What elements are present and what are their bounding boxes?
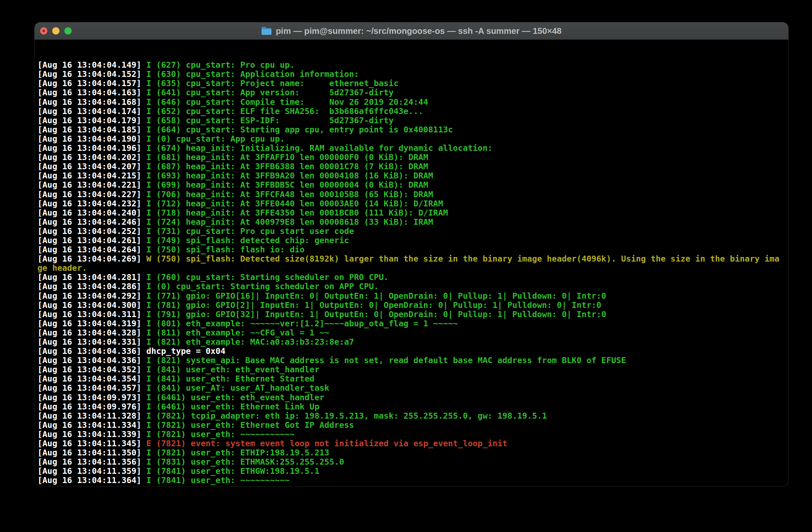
- log-message: ge header.: [38, 263, 87, 273]
- log-timestamp: [Aug 16 13:04:11.364]: [38, 475, 146, 485]
- log-line: [Aug 16 13:04:04.319] I (801) eth_exampl…: [38, 319, 786, 328]
- log-line: [Aug 16 13:04:04.328] I (811) eth_exampl…: [38, 328, 786, 337]
- log-message: I (6461) user_eth: Ethernet Link Up: [146, 402, 319, 412]
- log-timestamp: [Aug 16 13:04:04.331]: [38, 337, 146, 347]
- log-message: I (7841) user_eth: ETHGW:198.19.5.1: [146, 466, 319, 476]
- log-line: [Aug 16 13:04:04.240] I (718) heap_init:…: [38, 209, 786, 217]
- log-line: [Aug 16 13:04:11.345] E (7821) event: sy…: [38, 439, 786, 448]
- log-line: [Aug 16 13:04:11.350] I (7821) user_eth:…: [38, 448, 786, 457]
- log-line: [Aug 16 13:04:04.152] I (630) cpu_start:…: [38, 70, 786, 79]
- log-timestamp: [Aug 16 13:04:04.157]: [38, 78, 146, 88]
- log-timestamp: [Aug 16 13:04:04.185]: [38, 125, 146, 134]
- zoom-button[interactable]: [64, 27, 72, 34]
- window-title-text: pim — pim@summer: ~/src/mongoose-os — ss…: [276, 26, 562, 36]
- log-line: [Aug 16 13:04:04.221] I (699) heap_init:…: [38, 181, 786, 190]
- log-message: I (841) user_AT: user_AT_handler_task: [146, 383, 329, 393]
- log-message: I (841) user_eth: Ethernet Started: [146, 374, 315, 384]
- log-message: I (641) cpu_start: App version: 5d27367-…: [146, 88, 394, 97]
- minimize-button[interactable]: [52, 27, 59, 34]
- log-timestamp: [Aug 16 13:04:04.354]: [38, 374, 146, 384]
- log-line: [Aug 16 13:04:04.281] I (760) cpu_start:…: [38, 273, 786, 282]
- log-message: I (7821) tcpip_adapter: eth ip: 198.19.5…: [146, 411, 547, 421]
- log-timestamp: [Aug 16 13:04:04.246]: [38, 217, 146, 227]
- log-line: [Aug 16 13:04:04.352] I (841) user_eth: …: [38, 365, 786, 374]
- log-timestamp: [Aug 16 13:04:04.202]: [38, 153, 146, 162]
- log-message: I (706) heap_init: At 3FFCFA48 len 00010…: [146, 190, 433, 199]
- close-button[interactable]: [40, 27, 47, 34]
- log-timestamp: [Aug 16 13:04:04.300]: [38, 300, 146, 310]
- log-message: I (687) heap_init: At 3FFB6388 len 00001…: [146, 162, 428, 171]
- window-title: pim — pim@summer: ~/src/mongoose-os — ss…: [261, 26, 562, 36]
- log-timestamp: [Aug 16 13:04:04.168]: [38, 97, 146, 107]
- close-dot-icon: [42, 30, 45, 32]
- log-message: I (0) cpu_start: Starting scheduler on A…: [146, 282, 379, 291]
- log-line: [Aug 16 13:04:04.252] I (731) cpu_start:…: [38, 227, 786, 236]
- log-message: I (781) gpio: GPIO[2]| InputEn: 1| Outpu…: [146, 300, 601, 310]
- log-line: [Aug 16 13:04:04.336] dhcp_type = 0x04: [38, 347, 786, 356]
- log-message: I (712) heap_init: At 3FFE0440 len 00003…: [146, 199, 443, 209]
- log-line: [Aug 16 13:04:04.300] I (781) gpio: GPIO…: [38, 301, 786, 310]
- log-message: I (635) cpu_start: Project name: etherne…: [146, 78, 398, 88]
- log-timestamp: [Aug 16 13:04:04.232]: [38, 199, 146, 209]
- log-line: [Aug 16 13:04:11.356] I (7831) user_eth:…: [38, 457, 786, 466]
- log-message: I (674) heap_init: Initializing. RAM ava…: [146, 143, 493, 153]
- terminal-screen[interactable]: [Aug 16 13:04:04.149] I (627) cpu_start:…: [34, 40, 788, 486]
- log-message: I (7821) user_eth: Ethernet Got IP Addre…: [146, 420, 354, 430]
- log-timestamp: [Aug 16 13:04:04.261]: [38, 235, 146, 245]
- log-line: [Aug 16 13:04:04.292] I (771) gpio: GPIO…: [38, 291, 786, 301]
- log-timestamp: [Aug 16 13:04:04.336]: [38, 356, 146, 365]
- log-timestamp: [Aug 16 13:04:04.319]: [38, 319, 146, 328]
- log-line: [Aug 16 13:04:04.149] I (627) cpu_start:…: [38, 60, 786, 70]
- log-line: [Aug 16 13:04:04.207] I (687) heap_init:…: [38, 162, 786, 171]
- log-timestamp: [Aug 16 13:04:04.152]: [38, 69, 146, 79]
- log-timestamp: [Aug 16 13:04:04.264]: [38, 245, 146, 254]
- log-timestamp: [Aug 16 13:04:09.976]: [38, 402, 146, 412]
- log-line: [Aug 16 13:04:04.357] I (841) user_AT: u…: [38, 384, 786, 393]
- log-timestamp: [Aug 16 13:04:09.973]: [38, 393, 146, 402]
- log-line: [Aug 16 13:04:04.269] W (750) spi_flash:…: [38, 254, 786, 263]
- log-timestamp: [Aug 16 13:04:04.240]: [38, 208, 146, 217]
- log-message: I (841) user_eth: eth_event_handler: [146, 365, 319, 374]
- log-line: [Aug 16 13:04:09.973] I (6461) user_eth:…: [38, 393, 786, 402]
- log-line: [Aug 16 13:04:04.264] I (750) spi_flash:…: [38, 245, 786, 254]
- log-message: I (658) cpu_start: ESP-IDF: 5d27367-dirt…: [146, 116, 394, 125]
- log-timestamp: [Aug 16 13:04:04.269]: [38, 254, 146, 263]
- log-line: [Aug 16 13:04:04.157] I (635) cpu_start:…: [38, 79, 786, 88]
- log-timestamp: [Aug 16 13:04:04.227]: [38, 190, 146, 199]
- log-message: I (811) eth_example: ~~CFG_val = 1 ~~: [146, 328, 329, 337]
- log-timestamp: [Aug 16 13:04:04.174]: [38, 106, 146, 116]
- log-timestamp: [Aug 16 13:04:04.311]: [38, 310, 146, 319]
- log-timestamp: [Aug 16 13:04:04.357]: [38, 383, 146, 393]
- log-message: I (0) cpu_start: App cpu up.: [146, 134, 285, 144]
- log-message: I (652) cpu_start: ELF file SHA256: b3b6…: [146, 106, 423, 116]
- log-message: I (699) heap_init: At 3FFBDB5C len 00000…: [146, 180, 428, 190]
- window-titlebar[interactable]: pim — pim@summer: ~/src/mongoose-os — ss…: [34, 22, 788, 40]
- log-timestamp: [Aug 16 13:04:04.286]: [38, 282, 146, 291]
- log-message: I (627) cpu_start: Pro cpu up.: [146, 60, 295, 70]
- log-message: I (791) gpio: GPIO[32]| InputEn: 1| Outp…: [146, 310, 606, 319]
- log-timestamp: [Aug 16 13:04:11.350]: [38, 448, 146, 457]
- log-timestamp: [Aug 16 13:04:11.328]: [38, 411, 146, 421]
- log-message: I (646) cpu_start: Compile time: Nov 26 …: [146, 97, 428, 107]
- log-timestamp: [Aug 16 13:04:04.252]: [38, 226, 146, 236]
- log-message: E (7821) event: system event loop not in…: [146, 439, 507, 448]
- log-message: I (7841) user_eth: ~~~~~~~~~~: [146, 475, 290, 485]
- log-message: I (630) cpu_start: Application informati…: [146, 69, 359, 79]
- terminal-output: [Aug 16 13:04:04.149] I (627) cpu_start:…: [38, 60, 786, 486]
- log-line: [Aug 16 13:04:11.364] I (7841) user_eth:…: [38, 476, 786, 485]
- log-line: [Aug 16 13:04:04.202] I (681) heap_init:…: [38, 153, 786, 162]
- log-message: I (760) cpu_start: Starting scheduler on…: [146, 272, 389, 282]
- log-timestamp: [Aug 16 13:04:11.339]: [38, 430, 146, 439]
- log-message: I (821) system_api: Base MAC address is …: [146, 356, 626, 365]
- traffic-lights: [40, 22, 72, 40]
- log-message: I (7821) user_eth: ETHIP:198.19.5.213: [146, 448, 329, 457]
- log-message: I (693) heap_init: At 3FFB9A20 len 00004…: [146, 171, 433, 181]
- log-message: I (821) eth_example: MAC:a0:a3:b3:23:8e:…: [146, 337, 354, 347]
- log-message: I (724) heap_init: At 400979E8 len 00008…: [146, 217, 433, 227]
- log-timestamp: [Aug 16 13:04:04.328]: [38, 328, 146, 337]
- log-line: [Aug 16 13:04:11.339] I (7821) user_eth:…: [38, 430, 786, 439]
- log-line: [Aug 16 13:04:11.328] I (7821) tcpip_ada…: [38, 412, 786, 421]
- log-message: I (771) gpio: GPIO[16]| InputEn: 0| Outp…: [146, 291, 606, 301]
- log-line: [Aug 16 13:04:04.227] I (706) heap_init:…: [38, 190, 786, 199]
- log-message: I (718) heap_init: At 3FFE4350 len 0001B…: [146, 208, 448, 217]
